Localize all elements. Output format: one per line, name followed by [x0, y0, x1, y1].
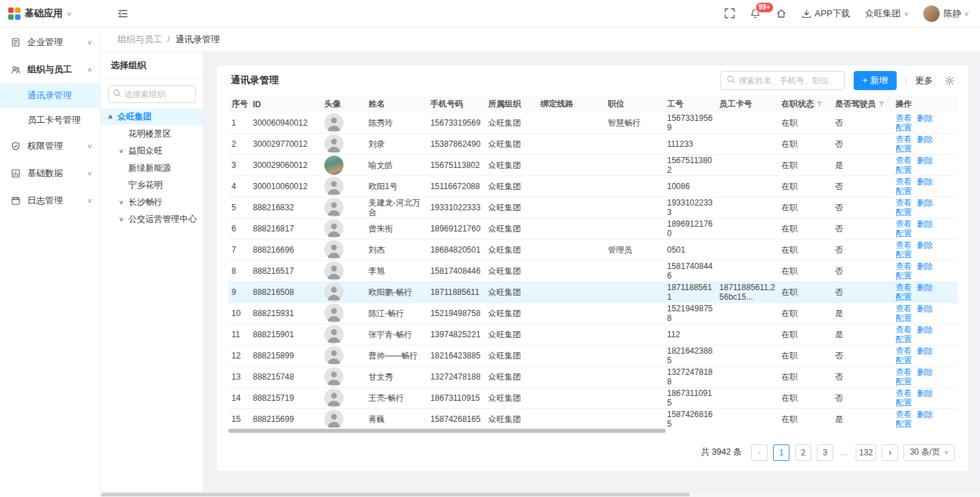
table-row[interactable]: 9888216508欧阳鹏-畅行18711885611众旺集团187118856… [228, 282, 957, 303]
table-row[interactable]: 10888215931陈江-畅行15219498758众旺集团152194987… [228, 303, 957, 324]
prev-page-button[interactable]: ‹ [751, 444, 768, 461]
table-row[interactable]: 1300060940012陈秀玲15673319569众旺集团智慧畅行15673… [228, 113, 957, 134]
view-link[interactable]: 查看 [895, 367, 912, 377]
delete-link[interactable]: 删除 [916, 346, 933, 356]
expand-caret-icon[interactable]: ∨ [117, 147, 126, 154]
sidebar-item[interactable]: 日志管理∨ [0, 187, 100, 214]
page-button[interactable]: 1 [773, 444, 789, 461]
page-button[interactable]: 3 [817, 444, 833, 461]
config-link[interactable]: 配置 [895, 229, 912, 238]
filter-icon[interactable] [878, 100, 885, 109]
filter-icon[interactable] [816, 100, 823, 109]
view-link[interactable]: 查看 [895, 240, 912, 250]
view-link[interactable]: 查看 [895, 219, 912, 229]
table-row[interactable]: 8888216517李旭15817408446众旺集团15817408446在职… [228, 261, 957, 282]
config-link[interactable]: 配置 [895, 271, 912, 281]
sidebar-item[interactable]: 企业管理∨ [0, 29, 100, 56]
view-link[interactable]: 查看 [895, 177, 912, 186]
org-tree-node[interactable]: ∨公交运营管理中心 [101, 211, 203, 227]
expand-caret-icon[interactable]: ∨ [117, 216, 126, 223]
collapse-caret-icon[interactable]: ∧ [106, 113, 115, 120]
view-link[interactable]: 查看 [895, 304, 912, 313]
table-row[interactable]: 14888215719王亮-畅行18673110915众旺集团186731109… [228, 388, 957, 409]
table-row[interactable]: 6888216817曾朱衔18969121760众旺集团18969121760在… [228, 218, 957, 240]
table-row[interactable]: 15888215699蒋巍15874268165众旺集团15874268165在… [228, 409, 957, 429]
view-link[interactable]: 查看 [895, 113, 912, 123]
delete-link[interactable]: 删除 [916, 283, 933, 292]
more-button[interactable]: 更多 [915, 74, 933, 87]
notification-bell-icon[interactable]: 99+ [750, 8, 761, 19]
delete-link[interactable]: 删除 [916, 304, 933, 313]
table-search-input[interactable] [739, 76, 839, 85]
config-link[interactable]: 配置 [895, 398, 912, 408]
table-hscrollbar-thumb[interactable] [228, 429, 666, 433]
config-link[interactable]: 配置 [895, 335, 912, 344]
config-link[interactable]: 配置 [895, 250, 912, 259]
app-download-button[interactable]: APP下载 [802, 8, 850, 20]
fullscreen-icon[interactable] [725, 8, 735, 18]
view-link[interactable]: 查看 [895, 134, 912, 144]
org-tree-node[interactable]: ∨益阳众旺 [101, 143, 203, 159]
sidebar-item[interactable]: 基础数据∨ [0, 160, 100, 187]
delete-link[interactable]: 删除 [916, 261, 933, 271]
view-link[interactable]: 查看 [895, 346, 912, 356]
table-row[interactable]: 7888216696刘杰18684820501众旺集团管理员0501在职否查看删… [228, 240, 957, 261]
config-link[interactable]: 配置 [895, 123, 912, 132]
sidebar-subitem[interactable]: 员工卡号管理 [0, 108, 100, 132]
user-menu[interactable]: 陈静 ∨ [923, 5, 969, 22]
org-tree-node[interactable]: ∧众旺集团 [101, 109, 203, 125]
sidebar-subitem[interactable]: 通讯录管理 [0, 83, 100, 108]
org-tree-node[interactable]: 花明楼景区 [101, 126, 203, 142]
page-size-select[interactable]: 30 条/页 ∨ [904, 444, 955, 461]
view-link[interactable]: 查看 [895, 388, 912, 398]
next-page-button[interactable]: › [882, 444, 898, 461]
table-row[interactable]: 4300010060012欧阳1号15116672088众旺集团10086在职否… [228, 176, 957, 197]
config-link[interactable]: 配置 [895, 208, 912, 217]
view-link[interactable]: 查看 [895, 198, 912, 208]
delete-link[interactable]: 删除 [916, 367, 933, 377]
page-button[interactable]: 132 [856, 444, 876, 461]
config-link[interactable]: 配置 [895, 144, 912, 154]
view-link[interactable]: 查看 [895, 283, 912, 292]
table-row[interactable]: 2300029770012刘录15387862490众旺集团111233在职否查… [228, 134, 957, 155]
config-link[interactable]: 配置 [895, 292, 912, 302]
config-link[interactable]: 配置 [895, 186, 912, 196]
page-button[interactable]: 2 [795, 444, 811, 461]
app-switcher[interactable]: 基础应用 ∨ [0, 8, 101, 20]
add-button[interactable]: + 新增 [854, 71, 897, 90]
delete-link[interactable]: 删除 [916, 177, 933, 186]
gear-icon[interactable] [944, 76, 955, 86]
delete-link[interactable]: 删除 [916, 113, 933, 123]
table-row[interactable]: 11888215901张宇青-畅行13974825221众旺集团112在职是查看… [228, 324, 957, 345]
view-link[interactable]: 查看 [895, 410, 912, 419]
delete-link[interactable]: 删除 [916, 198, 933, 208]
config-link[interactable]: 配置 [895, 419, 912, 428]
view-link[interactable]: 查看 [895, 325, 912, 335]
delete-link[interactable]: 删除 [916, 156, 933, 165]
view-link[interactable]: 查看 [895, 261, 912, 271]
delete-link[interactable]: 删除 [916, 219, 933, 229]
delete-link[interactable]: 删除 [916, 325, 933, 335]
expand-caret-icon[interactable]: ∨ [117, 199, 126, 205]
delete-link[interactable]: 删除 [916, 134, 933, 144]
config-link[interactable]: 配置 [895, 165, 912, 175]
org-tree-node[interactable]: 新绿新能源 [101, 160, 203, 176]
delete-link[interactable]: 删除 [916, 410, 933, 419]
table-row[interactable]: 3300029060012喻文皓15675113802众旺集团156751138… [228, 155, 957, 176]
table-row[interactable]: 12888215899曹帅——畅行18216423885众旺集团18216423… [228, 345, 957, 367]
home-icon[interactable] [776, 8, 787, 19]
page-hscrollbar-thumb[interactable] [101, 493, 690, 496]
delete-link[interactable]: 删除 [916, 240, 933, 250]
config-link[interactable]: 配置 [895, 377, 912, 386]
config-link[interactable]: 配置 [895, 356, 912, 365]
org-search-input[interactable] [124, 89, 191, 99]
sidebar-collapse-icon[interactable] [117, 8, 128, 19]
sidebar-item[interactable]: 组织与员工∧ [0, 56, 100, 83]
sidebar-item[interactable]: 权限管理∨ [0, 132, 100, 160]
breadcrumb-parent[interactable]: 组织与员工 [117, 33, 162, 46]
org-selector[interactable]: 众旺集团 ∨ [865, 8, 909, 20]
org-tree-node[interactable]: ∨长沙畅行 [101, 194, 203, 210]
org-tree-node[interactable]: 宁乡花明 [101, 177, 203, 193]
config-link[interactable]: 配置 [895, 313, 912, 323]
delete-link[interactable]: 删除 [916, 388, 933, 398]
